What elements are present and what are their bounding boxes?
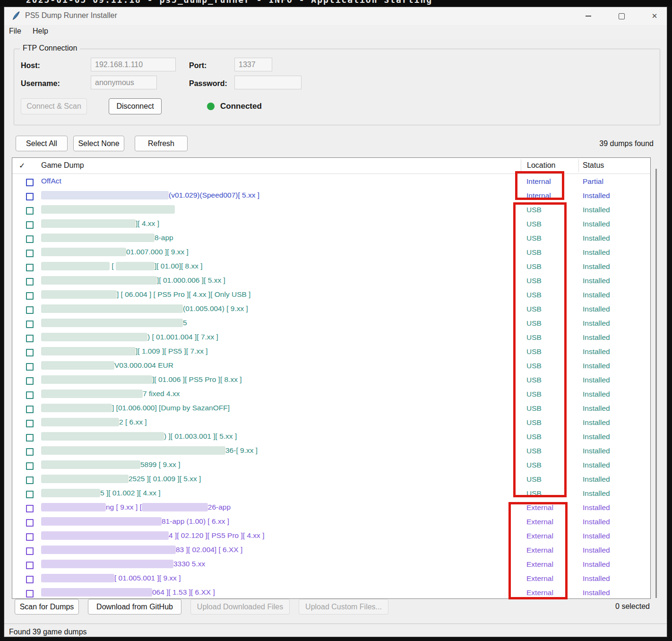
upload-downloaded-files-button[interactable]: Upload Downloaded Files	[190, 599, 290, 615]
row-checkbox[interactable]	[26, 264, 34, 271]
game-dump-column-header[interactable]: Game Dump	[41, 161, 84, 170]
game-dump-text: 5	[183, 319, 187, 327]
table-row[interactable]: ][ 01.006 ][ PS5 Pro ][ 8.xx ]USBInstall…	[12, 373, 650, 388]
status-cell: Installed	[583, 503, 610, 512]
table-row[interactable]: 7 fixed 4.xxUSBInstalled	[12, 388, 650, 402]
maximize-button[interactable]	[611, 7, 632, 25]
row-checkbox[interactable]	[26, 462, 34, 470]
table-row[interactable]: USBInstalled	[12, 203, 650, 217]
row-checkbox[interactable]	[26, 576, 34, 583]
row-checkbox[interactable]	[26, 420, 34, 427]
row-checkbox[interactable]	[26, 406, 34, 413]
host-input[interactable]	[91, 58, 176, 71]
scan-for-dumps-button[interactable]: Scan for Dumps	[15, 599, 79, 615]
table-row[interactable]: 36-[ 9.xx ]USBInstalled	[12, 444, 650, 459]
game-dump-text: 81-app (1.00) [ 6.xx ]	[162, 517, 229, 525]
row-checkbox[interactable]	[26, 278, 34, 286]
table-row[interactable]: 5 ][ 01.002 ][ 4.xx ]USBInstalled	[12, 487, 650, 501]
row-checkbox[interactable]	[26, 491, 34, 498]
row-checkbox[interactable]	[26, 207, 34, 215]
select-none-button[interactable]: Select None	[73, 136, 124, 151]
location-cell: External	[526, 518, 553, 526]
table-row[interactable]: 5USBInstalled	[12, 317, 650, 331]
table-row[interactable]: ] [ 06.004 ] [ PS5 Pro ][ 4.xx ][ Only U…	[12, 288, 650, 303]
table-row[interactable]: 8-appUSBInstalled	[12, 232, 650, 246]
game-dump-text: ) [ 01.001.004 ][ 7.xx ]	[147, 333, 218, 341]
port-input[interactable]	[234, 58, 272, 71]
disconnect-button[interactable]: Disconnect	[109, 98, 162, 114]
table-row[interactable]: V03.000.004 EURUSBInstalled	[12, 359, 650, 373]
game-dump-name: ) ][ 01.003.001 ][ 5.xx ]	[41, 432, 237, 441]
row-checkbox[interactable]	[26, 193, 34, 200]
table-scrollbar[interactable]	[655, 169, 657, 598]
select-all-button[interactable]: Select All	[16, 136, 68, 151]
table-row[interactable]: 4 ][ 02.120 ][ PS5 Pro ][ 4.xx ]External…	[12, 529, 650, 544]
status-column-header[interactable]: Status	[583, 161, 604, 170]
game-dump-text: [ 01.005.001 ][ 9.xx ]	[114, 574, 181, 582]
table-row[interactable]: OffActInternalPartial	[12, 175, 650, 189]
username-input[interactable]	[91, 76, 157, 89]
refresh-button[interactable]: Refresh	[135, 136, 188, 151]
minimize-button[interactable]	[577, 7, 599, 25]
row-checkbox[interactable]	[26, 519, 34, 527]
game-dump-name: [ 01.005.001 ][ 9.xx ]	[41, 574, 181, 582]
location-column-header[interactable]: Location	[527, 161, 556, 170]
status-cell: Installed	[583, 305, 610, 313]
location-cell: USB	[526, 277, 542, 285]
menu-help[interactable]: Help	[33, 27, 48, 35]
table-row[interactable]: 5899 [ 9.xx ]USBInstalled	[12, 459, 650, 473]
table-row[interactable]: ) [ 01.001.004 ][ 7.xx ]USBInstalled	[12, 331, 650, 345]
row-checkbox[interactable]	[26, 292, 34, 300]
upload-custom-files-button[interactable]: Upload Custom Files...	[299, 599, 388, 615]
row-checkbox[interactable]	[26, 562, 34, 569]
row-checkbox[interactable]	[26, 221, 34, 229]
table-row[interactable]: [ 01.005.001 ][ 9.xx ]ExternalInstalled	[12, 572, 650, 586]
table-row[interactable]: 2 [ 6.xx ]USBInstalled	[12, 416, 650, 430]
download-from-github-button[interactable]: Download from GitHub	[88, 599, 181, 615]
menu-file[interactable]: File	[9, 27, 21, 35]
status-cell: Installed	[583, 532, 610, 540]
connect-scan-button[interactable]: Connect & Scan	[21, 98, 87, 114]
row-checkbox[interactable]	[26, 320, 34, 328]
row-checkbox[interactable]	[26, 590, 34, 598]
row-checkbox[interactable]	[26, 505, 34, 512]
table-row[interactable]: 064 ][ 1.53 ][ 6.XX ]ExternalInstalled	[12, 586, 650, 599]
close-button[interactable]: ✕	[644, 7, 665, 25]
row-checkbox[interactable]	[26, 448, 34, 456]
game-dump-name: 3330 5.xx	[41, 560, 205, 568]
table-row[interactable]: ][ 4.xx ]USBInstalled	[12, 217, 650, 232]
game-dump-name: ][ 01.000.006 ][ 5.xx ]	[41, 276, 225, 285]
row-checkbox[interactable]	[26, 179, 34, 186]
redacted-text	[41, 432, 164, 441]
check-column-header[interactable]: ✓	[19, 161, 25, 170]
table-row[interactable]: 3330 5.xxExternalInstalled	[12, 558, 650, 572]
status-cell: Installed	[583, 475, 610, 484]
table-row[interactable]: ng [ 9.xx ] [26-appExternalInstalled	[12, 501, 650, 515]
table-row[interactable]: 81-app (1.00) [ 6.xx ]ExternalInstalled	[12, 515, 650, 529]
table-row[interactable]: 01.007.000 ][ 9.xx ]USBInstalled	[12, 246, 650, 260]
row-checkbox[interactable]	[26, 363, 34, 371]
password-input[interactable]	[234, 76, 302, 89]
row-checkbox[interactable]	[26, 533, 34, 541]
redacted-text	[41, 347, 136, 355]
table-row[interactable]: 2525 ][ 01.009 ][ 5.xx ]USBInstalled	[12, 473, 650, 487]
row-checkbox[interactable]	[26, 349, 34, 356]
row-checkbox[interactable]	[26, 235, 34, 243]
table-row[interactable]: ][ 1.009 ][ PS5 ][ 7.xx ]USBInstalled	[12, 345, 650, 359]
table-row[interactable]: 83 ][ 02.004] [ 6.XX ]ExternalInstalled	[12, 544, 650, 558]
table-row[interactable]: ) ][ 01.003.001 ][ 5.xx ]USBInstalled	[12, 430, 650, 444]
table-row[interactable]: ][ 01.000.006 ][ 5.xx ]USBInstalled	[12, 274, 650, 288]
row-checkbox[interactable]	[26, 547, 34, 555]
table-row[interactable]: ] [01.006.000] [Dump by SazanOFF]USBInst…	[12, 402, 650, 416]
row-checkbox[interactable]	[26, 250, 34, 257]
row-checkbox[interactable]	[26, 377, 34, 385]
row-checkbox[interactable]	[26, 335, 34, 342]
table-row[interactable]: (01.005.004) [ 9.xx ]USBInstalled	[12, 303, 650, 317]
row-checkbox[interactable]	[26, 391, 34, 399]
table-row[interactable]: [ ][ 01.00][ 8.xx ]USBInstalled	[12, 260, 650, 274]
table-row[interactable]: (v01.029)(Speed007)[ 5.xx ]InternalInsta…	[12, 189, 650, 203]
location-cell: USB	[526, 262, 542, 271]
row-checkbox[interactable]	[26, 476, 34, 484]
row-checkbox[interactable]	[26, 306, 34, 314]
row-checkbox[interactable]	[26, 434, 34, 442]
